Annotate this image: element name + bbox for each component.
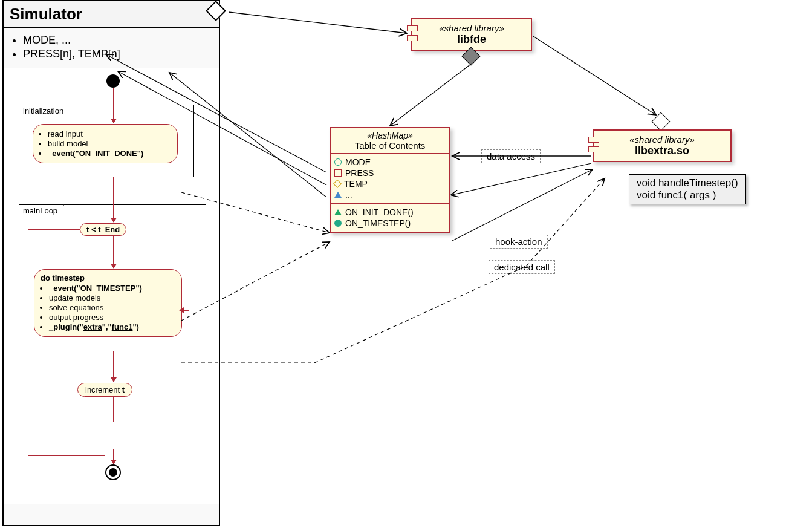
final-node-icon	[105, 464, 121, 480]
event-name-on-timestep: ON_TIMESTEP	[80, 284, 136, 293]
flow-line	[28, 229, 28, 455]
toc-item-more: ...	[345, 190, 352, 200]
toc-hook-init-done: ON_INIT_DONE()	[345, 207, 414, 217]
flow-arrow	[113, 351, 114, 382]
timestep-update: update models	[49, 293, 175, 302]
simulator-title: Simulator	[4, 1, 219, 28]
ts-event-suffix: ")	[135, 284, 142, 293]
flow-arrow	[113, 236, 114, 268]
bullet-square-icon	[334, 169, 342, 177]
flow-arrow	[113, 88, 114, 123]
simulator-class: Simulator MODE, ... PRESS[n], TEMP[n] in…	[2, 0, 220, 526]
init-step-build: build model	[48, 139, 171, 148]
label-dedicated-call: dedicated call	[489, 260, 555, 274]
sim-attr-arrays: PRESS[n], TEMP[n]	[23, 48, 213, 60]
timestep-output: output progress	[49, 313, 175, 322]
bullet-circle-icon	[334, 158, 342, 166]
timestep-activity: do timestep _event("ON_TIMESTEP") update…	[34, 269, 182, 337]
incr-prefix: increment	[85, 385, 122, 394]
timestep-plugin: _plugin("extra","func1")	[49, 322, 175, 331]
toc-item-mode: MODE	[345, 157, 371, 167]
label-data-access: data access	[481, 149, 541, 163]
toc-name: Table of Contents	[333, 140, 447, 151]
flow-arrow	[113, 177, 114, 222]
increment-activity: increment t	[77, 383, 132, 397]
flow-arrow	[113, 449, 114, 464]
libextra-methods-note: void handleTimestep() void func1( args )	[629, 174, 746, 204]
initialization-frame-label: initialization	[19, 105, 70, 117]
toc-stereotype: «HashMap»	[333, 131, 447, 140]
aggregation-diamond-icon	[651, 112, 670, 131]
event-name-init-done: ON_INIT_DONE	[79, 149, 137, 158]
table-of-contents-class: «HashMap» Table of Contents MODE PRESS T…	[330, 127, 450, 233]
libextra-name: libextra.so	[601, 145, 723, 157]
loop-guard: t < t_End	[80, 223, 126, 236]
component-tab-icon	[407, 35, 418, 41]
plugin-suffix: ")	[132, 322, 139, 331]
libfde-name: libfde	[420, 33, 524, 46]
simulator-activity-body: initialization read input build model _e…	[4, 68, 219, 504]
event-call-suffix: ")	[137, 149, 144, 158]
bullet-triangle-fill-icon	[334, 209, 342, 215]
toc-item-press: PRESS	[345, 168, 374, 178]
init-step-read: read input	[48, 129, 171, 139]
toc-hook-timestep: ON_TIMESTEP()	[345, 218, 411, 228]
toc-item-temp: TEMP	[344, 179, 368, 189]
libextra-stereotype: «shared library»	[601, 134, 723, 145]
initial-node-icon	[106, 74, 120, 88]
flow-line	[28, 229, 80, 230]
arrowhead-icon	[179, 307, 184, 313]
component-tab-icon	[407, 25, 418, 31]
plugin-mid: ","	[102, 322, 112, 331]
incr-var: t	[122, 385, 125, 394]
sim-attr-mode: MODE, ...	[23, 34, 213, 47]
component-tab-icon	[588, 146, 599, 152]
plugin-prefix: _plugin("	[49, 322, 83, 331]
bullet-diamond-icon	[333, 180, 342, 188]
bullet-circle-fill-icon	[334, 220, 342, 227]
label-hook-action: hook-action	[490, 235, 548, 249]
toc-data-section: MODE PRESS TEMP ...	[331, 154, 449, 204]
libfde-stereotype: «shared library»	[420, 23, 524, 33]
init-activity: read input build model _event("ON_INIT_D…	[33, 124, 178, 163]
simulator-attributes: MODE, ... PRESS[n], TEMP[n]	[4, 28, 219, 68]
svg-line-9	[452, 163, 591, 195]
timestep-event: _event("ON_TIMESTEP")	[49, 284, 175, 293]
svg-line-6	[390, 64, 472, 126]
flow-line	[113, 422, 189, 422]
plugin-arg-func1: func1	[112, 322, 133, 331]
method-handle-timestep: void handleTimestep()	[637, 177, 738, 189]
plugin-arg-extra: extra	[83, 322, 102, 331]
flow-line	[28, 455, 105, 456]
mainloop-frame-label: mainLoop	[19, 204, 64, 217]
timestep-solve: solve equations	[49, 303, 175, 312]
init-step-event: _event("ON_INIT_DONE")	[48, 149, 171, 158]
flow-line	[113, 397, 114, 422]
flow-line	[189, 310, 189, 422]
event-call-prefix: _event("	[48, 149, 79, 158]
component-tab-icon	[588, 137, 599, 143]
svg-line-7	[533, 36, 656, 115]
svg-line-10	[452, 169, 593, 241]
libfde-component: «shared library» libfde	[411, 18, 532, 51]
libextra-component: «shared library» libextra.so	[593, 129, 732, 162]
ts-event-prefix: _event("	[49, 284, 80, 293]
toc-hooks-section: ON_INIT_DONE() ON_TIMESTEP()	[331, 204, 449, 232]
timestep-heading: do timestep	[41, 273, 85, 282]
method-func1: void func1( args )	[637, 189, 738, 201]
bullet-triangle-icon	[334, 192, 342, 198]
svg-line-0	[229, 12, 407, 33]
